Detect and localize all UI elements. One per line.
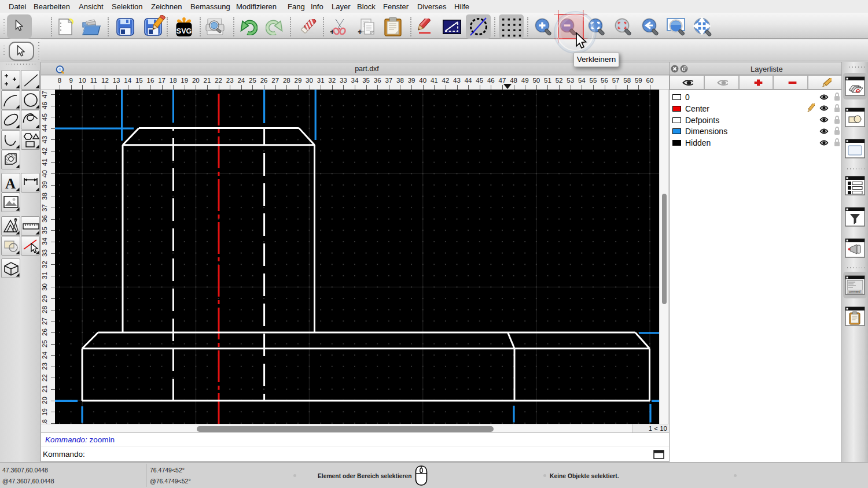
svg-text:SVG: SVG	[176, 27, 192, 35]
svg-text:A: A	[5, 176, 16, 191]
svg-text:command: command	[849, 290, 860, 293]
